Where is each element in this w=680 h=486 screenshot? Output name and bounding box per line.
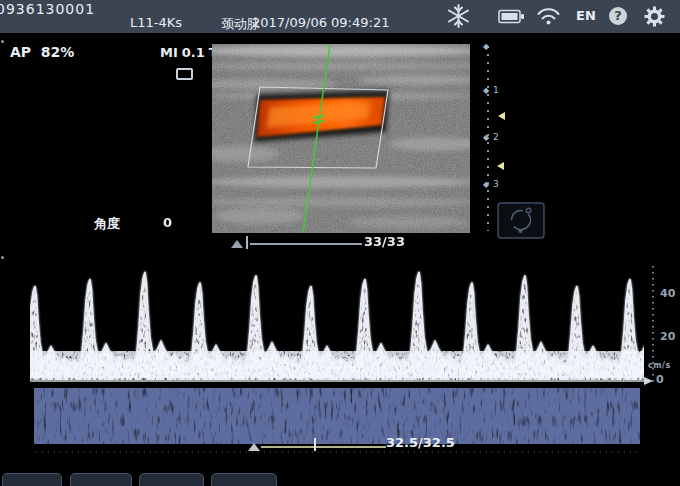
softkey-button-1[interactable]	[2, 473, 62, 486]
cine-slider-track[interactable]	[250, 243, 362, 245]
depth-mark-icon: ◆	[483, 86, 489, 95]
ap-label: AP	[10, 44, 31, 60]
acoustic-power-readout: AP 82%	[10, 44, 74, 60]
ap-value: 82%	[41, 44, 75, 60]
battery-icon	[498, 9, 525, 24]
spectral-doppler-display[interactable]	[0, 250, 680, 486]
mi-value: 0.1	[182, 45, 205, 60]
mi-label: MI	[160, 45, 178, 60]
cine-slider-handle[interactable]	[231, 240, 243, 248]
sweep-slider-handle[interactable]	[248, 443, 260, 451]
ultrasound-screen: 0936130001 L11-4Ks 颈动脉 2017/09/06 09:49:…	[0, 0, 680, 486]
exam-datetime: 2017/09/06 09:49:21	[252, 15, 389, 30]
sweep-slider-track[interactable]	[261, 446, 386, 448]
b-mode-image[interactable]	[212, 44, 470, 233]
device-id: 0936130001	[0, 1, 95, 17]
angle-label: 角度	[94, 215, 120, 233]
depth-mark-icon: ◆	[483, 180, 489, 189]
focus-marker-icon[interactable]	[497, 162, 504, 170]
velocity-upper-label: 40	[660, 287, 675, 300]
marker-dot	[1, 40, 4, 43]
sweep-time-counter: 32.5/32.5	[386, 435, 455, 450]
reverse-channel-noise	[34, 388, 640, 444]
velocity-unit-label: cm/s	[648, 361, 671, 370]
depth-mark-icon: ◆	[483, 42, 489, 51]
cine-slider-position[interactable]	[246, 236, 248, 249]
diastolic-noise-band	[30, 351, 644, 378]
depth-mark-icon: ◆	[483, 133, 489, 142]
spectral-waveform	[19, 258, 670, 384]
velocity-lower-label: 20	[660, 330, 675, 343]
depth-mark-label: 2	[493, 132, 499, 142]
help-icon[interactable]: ?	[609, 7, 627, 25]
language-switch[interactable]: EN	[576, 8, 596, 23]
cine-frame-counter: 33/33	[364, 234, 405, 249]
depth-mark-label: 1	[493, 85, 499, 95]
softkey-button-2[interactable]	[70, 473, 132, 486]
velocity-zero-label: 0	[656, 373, 664, 386]
angle-value: 0	[163, 215, 172, 230]
sweep-slider-position[interactable]	[314, 438, 316, 451]
softkey-button-3[interactable]	[139, 473, 204, 486]
depth-mark-label: 3	[493, 179, 499, 189]
baseline-arrow-icon	[644, 377, 653, 385]
header-bar: 0936130001 L11-4Ks 颈动脉 2017/09/06 09:49:…	[0, 0, 680, 33]
wifi-icon	[536, 6, 561, 26]
softkey-button-4[interactable]	[211, 473, 277, 486]
roi-mode-icon	[176, 68, 193, 80]
image-orientation-icon[interactable]	[497, 202, 545, 239]
focus-marker-icon[interactable]	[498, 112, 505, 120]
freeze-icon[interactable]	[446, 3, 471, 29]
gear-icon[interactable]	[643, 5, 666, 28]
probe-name[interactable]: L11-4Ks	[130, 15, 182, 30]
